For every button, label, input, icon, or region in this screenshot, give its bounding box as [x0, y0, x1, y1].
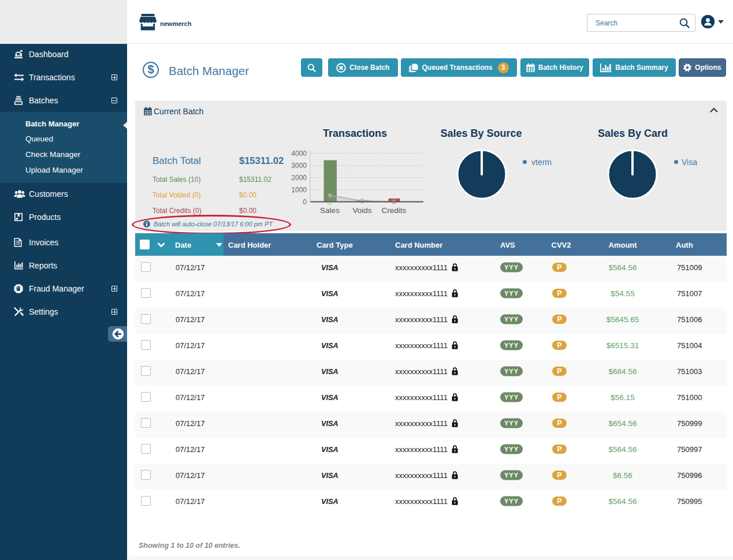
svg-text:1000: 1000	[291, 186, 307, 194]
svg-text:Voids: Voids	[352, 206, 371, 215]
svg-text:4000: 4000	[291, 150, 307, 158]
svg-text:3000: 3000	[291, 162, 307, 170]
svg-text:2000: 2000	[291, 174, 307, 182]
svg-text:0: 0	[303, 198, 307, 206]
svg-text:Credits: Credits	[382, 206, 407, 215]
svg-text:Sales: Sales	[320, 206, 340, 215]
